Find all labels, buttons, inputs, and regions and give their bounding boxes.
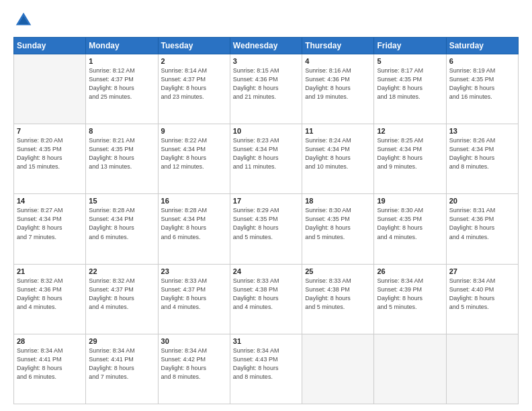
- day-number: 7: [17, 127, 83, 135]
- day-info: Sunrise: 8:19 AM Sunset: 4:35 PM Dayligh…: [449, 66, 515, 101]
- calendar-cell: 15Sunrise: 8:28 AM Sunset: 4:34 PM Dayli…: [86, 194, 158, 264]
- day-number: 5: [377, 57, 443, 65]
- day-number: 24: [233, 267, 299, 275]
- day-header-tuesday: Tuesday: [158, 38, 230, 54]
- day-number: 14: [17, 197, 83, 205]
- day-info: Sunrise: 8:30 AM Sunset: 4:35 PM Dayligh…: [377, 206, 443, 241]
- day-info: Sunrise: 8:34 AM Sunset: 4:40 PM Dayligh…: [449, 277, 515, 312]
- day-info: Sunrise: 8:25 AM Sunset: 4:34 PM Dayligh…: [377, 136, 443, 171]
- page: SundayMondayTuesdayWednesdayThursdayFrid…: [0, 0, 532, 411]
- day-header-sunday: Sunday: [14, 38, 86, 54]
- calendar-week-row: 1Sunrise: 8:12 AM Sunset: 4:37 PM Daylig…: [14, 54, 519, 124]
- calendar-cell: 7Sunrise: 8:20 AM Sunset: 4:35 PM Daylig…: [14, 124, 86, 194]
- calendar-week-row: 7Sunrise: 8:20 AM Sunset: 4:35 PM Daylig…: [14, 124, 519, 194]
- calendar-cell: 1Sunrise: 8:12 AM Sunset: 4:37 PM Daylig…: [86, 54, 158, 124]
- day-info: Sunrise: 8:34 AM Sunset: 4:41 PM Dayligh…: [89, 347, 154, 381]
- day-info: Sunrise: 8:12 AM Sunset: 4:37 PM Dayligh…: [89, 66, 154, 101]
- calendar-cell: 11Sunrise: 8:24 AM Sunset: 4:34 PM Dayli…: [302, 124, 374, 194]
- calendar-cell: 5Sunrise: 8:17 AM Sunset: 4:35 PM Daylig…: [374, 54, 446, 124]
- calendar-cell: 3Sunrise: 8:15 AM Sunset: 4:36 PM Daylig…: [230, 54, 302, 124]
- day-info: Sunrise: 8:32 AM Sunset: 4:36 PM Dayligh…: [17, 277, 83, 312]
- day-info: Sunrise: 8:28 AM Sunset: 4:34 PM Dayligh…: [161, 206, 227, 241]
- day-info: Sunrise: 8:33 AM Sunset: 4:38 PM Dayligh…: [233, 277, 299, 312]
- calendar-cell: 28Sunrise: 8:34 AM Sunset: 4:41 PM Dayli…: [14, 334, 86, 404]
- calendar-cell: 26Sunrise: 8:34 AM Sunset: 4:39 PM Dayli…: [374, 264, 446, 334]
- calendar-cell: 25Sunrise: 8:33 AM Sunset: 4:38 PM Dayli…: [302, 264, 374, 334]
- day-info: Sunrise: 8:21 AM Sunset: 4:35 PM Dayligh…: [89, 136, 154, 171]
- calendar-cell: 6Sunrise: 8:19 AM Sunset: 4:35 PM Daylig…: [446, 54, 518, 124]
- day-number: 18: [305, 197, 371, 205]
- day-number: 21: [17, 267, 83, 275]
- day-info: Sunrise: 8:16 AM Sunset: 4:36 PM Dayligh…: [305, 66, 371, 101]
- day-number: 17: [233, 197, 299, 205]
- day-header-wednesday: Wednesday: [230, 38, 302, 54]
- day-number: 25: [305, 267, 371, 275]
- calendar-cell: 4Sunrise: 8:16 AM Sunset: 4:36 PM Daylig…: [302, 54, 374, 124]
- calendar-cell: 17Sunrise: 8:29 AM Sunset: 4:35 PM Dayli…: [230, 194, 302, 264]
- calendar-cell: [14, 54, 86, 124]
- calendar-week-row: 14Sunrise: 8:27 AM Sunset: 4:34 PM Dayli…: [14, 194, 519, 264]
- calendar-cell: 19Sunrise: 8:30 AM Sunset: 4:35 PM Dayli…: [374, 194, 446, 264]
- day-number: 9: [161, 127, 227, 135]
- day-info: Sunrise: 8:26 AM Sunset: 4:34 PM Dayligh…: [449, 136, 515, 171]
- calendar-cell: 29Sunrise: 8:34 AM Sunset: 4:41 PM Dayli…: [86, 334, 158, 404]
- day-header-saturday: Saturday: [446, 38, 518, 54]
- day-info: Sunrise: 8:33 AM Sunset: 4:37 PM Dayligh…: [161, 277, 227, 312]
- calendar-cell: 21Sunrise: 8:32 AM Sunset: 4:36 PM Dayli…: [14, 264, 86, 334]
- day-number: 4: [305, 57, 371, 65]
- day-info: Sunrise: 8:33 AM Sunset: 4:38 PM Dayligh…: [305, 277, 371, 312]
- day-number: 1: [89, 57, 154, 65]
- logo-icon: [13, 10, 34, 30]
- day-header-thursday: Thursday: [302, 38, 374, 54]
- day-number: 3: [233, 57, 299, 65]
- calendar-table: SundayMondayTuesdayWednesdayThursdayFrid…: [13, 37, 519, 404]
- calendar-cell: [302, 334, 374, 404]
- calendar-cell: 23Sunrise: 8:33 AM Sunset: 4:37 PM Dayli…: [158, 264, 230, 334]
- day-number: 2: [161, 57, 227, 65]
- day-number: 15: [89, 197, 154, 205]
- calendar-cell: 24Sunrise: 8:33 AM Sunset: 4:38 PM Dayli…: [230, 264, 302, 334]
- day-info: Sunrise: 8:14 AM Sunset: 4:37 PM Dayligh…: [161, 66, 227, 101]
- header: [13, 10, 519, 30]
- day-number: 8: [89, 127, 154, 135]
- day-info: Sunrise: 8:34 AM Sunset: 4:39 PM Dayligh…: [377, 277, 443, 312]
- calendar-cell: [446, 334, 518, 404]
- day-number: 6: [449, 57, 515, 65]
- day-number: 28: [17, 337, 83, 345]
- calendar-cell: 13Sunrise: 8:26 AM Sunset: 4:34 PM Dayli…: [446, 124, 518, 194]
- day-info: Sunrise: 8:20 AM Sunset: 4:35 PM Dayligh…: [17, 136, 83, 171]
- day-info: Sunrise: 8:17 AM Sunset: 4:35 PM Dayligh…: [377, 66, 443, 101]
- day-number: 10: [233, 127, 299, 135]
- calendar-cell: 22Sunrise: 8:32 AM Sunset: 4:37 PM Dayli…: [86, 264, 158, 334]
- calendar-cell: 27Sunrise: 8:34 AM Sunset: 4:40 PM Dayli…: [446, 264, 518, 334]
- calendar-cell: 8Sunrise: 8:21 AM Sunset: 4:35 PM Daylig…: [86, 124, 158, 194]
- day-number: 11: [305, 127, 371, 135]
- calendar-cell: 12Sunrise: 8:25 AM Sunset: 4:34 PM Dayli…: [374, 124, 446, 194]
- day-number: 12: [377, 127, 443, 135]
- day-number: 20: [449, 197, 515, 205]
- day-number: 27: [449, 267, 515, 275]
- calendar-cell: 2Sunrise: 8:14 AM Sunset: 4:37 PM Daylig…: [158, 54, 230, 124]
- day-info: Sunrise: 8:31 AM Sunset: 4:36 PM Dayligh…: [449, 206, 515, 241]
- day-info: Sunrise: 8:30 AM Sunset: 4:35 PM Dayligh…: [305, 206, 371, 241]
- calendar-cell: 14Sunrise: 8:27 AM Sunset: 4:34 PM Dayli…: [14, 194, 86, 264]
- calendar-cell: [374, 334, 446, 404]
- day-info: Sunrise: 8:24 AM Sunset: 4:34 PM Dayligh…: [305, 136, 371, 171]
- day-number: 23: [161, 267, 227, 275]
- day-number: 16: [161, 197, 227, 205]
- day-header-monday: Monday: [86, 38, 158, 54]
- calendar-cell: 9Sunrise: 8:22 AM Sunset: 4:34 PM Daylig…: [158, 124, 230, 194]
- day-number: 13: [449, 127, 515, 135]
- day-info: Sunrise: 8:27 AM Sunset: 4:34 PM Dayligh…: [17, 206, 83, 241]
- day-info: Sunrise: 8:34 AM Sunset: 4:42 PM Dayligh…: [161, 347, 227, 381]
- day-number: 22: [89, 267, 154, 275]
- day-info: Sunrise: 8:34 AM Sunset: 4:41 PM Dayligh…: [17, 347, 83, 381]
- day-info: Sunrise: 8:29 AM Sunset: 4:35 PM Dayligh…: [233, 206, 299, 241]
- day-number: 19: [377, 197, 443, 205]
- day-number: 26: [377, 267, 443, 275]
- day-number: 30: [161, 337, 227, 345]
- calendar-week-row: 28Sunrise: 8:34 AM Sunset: 4:41 PM Dayli…: [14, 334, 519, 404]
- day-header-friday: Friday: [374, 38, 446, 54]
- day-info: Sunrise: 8:23 AM Sunset: 4:34 PM Dayligh…: [233, 136, 299, 171]
- calendar-cell: 20Sunrise: 8:31 AM Sunset: 4:36 PM Dayli…: [446, 194, 518, 264]
